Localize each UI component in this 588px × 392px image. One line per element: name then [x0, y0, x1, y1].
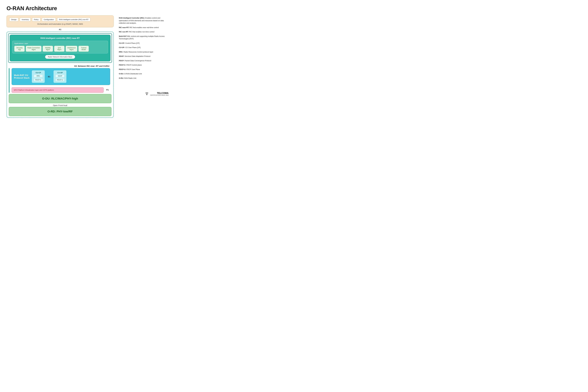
legend-desc-sdap: Services Data Adaptation Protocol: [125, 55, 150, 57]
legend-desc-pdcpu: PDCP User Plane: [127, 68, 140, 70]
legend-term-pdcpc: PDCP-C:: [119, 64, 126, 66]
page-title: O-RAN Architecture: [7, 5, 169, 12]
telcoma-logo: TELCOMA CERTIFICATIONS SINCE 2009: [119, 81, 169, 96]
diagram-column: Design Inventory Policy Configuration RA…: [7, 16, 114, 118]
legend-term-pdcpu: PDCP-U:: [119, 68, 126, 70]
smo-tab-design[interactable]: Design: [9, 18, 19, 22]
legend-item-ric: RAN Intelligent Controller (RIC): Enable…: [119, 17, 169, 24]
legend-item-rrc: RRC: Radio Resources Control protocol la…: [119, 51, 169, 53]
legend-term-rrc: RRC:: [119, 51, 123, 53]
cu-cp-title: CU-CP: [34, 72, 43, 74]
app-card-trained-model: Trained Model: [78, 46, 89, 52]
nfvi-column: NFVI Platform:Virtualization layer and C…: [12, 87, 105, 93]
legend-item-pdcpu: PDCP-U: PDCP User Plane: [119, 68, 169, 71]
cu-cp-pdcpc: PDCP-C: [34, 78, 43, 82]
legend-term-ric: RAN Intelligent Controller (RIC):: [119, 17, 145, 19]
svg-point-0: [147, 94, 147, 95]
legend-desc-cucp: Control Plane (CP): [125, 42, 140, 44]
ric-nearrt-box: RAN Intelligent controller (RIC) near-RT…: [10, 35, 111, 61]
app-card-mobility: Mobility Mgmt: [43, 46, 53, 52]
app-layer-label: Applications Layer: [14, 42, 106, 44]
app-layer-box: Applications Layer 3rd party App Radio C…: [12, 41, 108, 54]
cu-up-box: CU-UP SDAP PDCP-U: [54, 70, 67, 83]
legend-desc-ric-nonrt: RIC that enables non-time control: [129, 31, 154, 33]
legend-item-sdap: SDAP: Services Data Adaptation Protocol: [119, 55, 169, 58]
a1-label: A1: [7, 27, 114, 31]
e1-label: E1: [47, 76, 51, 78]
legend-item-oru: O-RU: RAN Radio Unit: [119, 77, 169, 80]
main-layout: Design Inventory Policy Configuration RA…: [7, 16, 169, 118]
smo-tab-configuration[interactable]: Configuration: [42, 18, 56, 22]
legend-term-sdap: SDAP:: [119, 55, 124, 57]
legend-term-cucp: CU-CP:: [119, 42, 125, 44]
cu-up-title: CU-UP: [55, 72, 65, 74]
legend-desc-oru: RAN Radio Unit: [124, 77, 136, 79]
nfvi-box: NFVI Platform:Virtualization layer and C…: [12, 87, 104, 93]
telcoma-name: TELCOMA: [150, 92, 169, 94]
legend-item-ric-nearrt: RIC near-RT: RIC that enables near real-…: [119, 26, 169, 29]
odu-box: O-DU: RLC/MAC/PHY-high: [9, 94, 112, 103]
ric-nearrt-inner: RAN Intelligent controller (RIC) near-RT…: [8, 33, 112, 63]
app-card-3rdparty: 3rd party App: [14, 46, 25, 52]
legend-term-ric-nearrt: RIC near-RT:: [119, 26, 129, 28]
legend-item-cucp: CU-CP: Control Plane (CP): [119, 42, 169, 44]
rnib-box: Radio Network Information Base: [45, 55, 75, 59]
open-fronthual-label: Open Front-hual: [9, 103, 112, 107]
legend-item-pdcp: PDCP: Packet Data Convergence Protocol: [119, 60, 169, 62]
legend-term-cuup: CU-UP:: [119, 46, 125, 48]
app-cards: 3rd party App Radio Connection Mgmt Mobi…: [14, 46, 106, 52]
telcoma-icon: [145, 92, 149, 96]
legend-item-multiratcu: Multi-RAT CU: central unit supporting mu…: [119, 35, 169, 40]
legend-desc-rrc: Radio Resources Control protocol layer: [124, 51, 153, 53]
legend-term-ric-nonrt: RIC non-RT:: [119, 31, 129, 33]
legend-desc-ric-nearrt: RIC that enables near real-time control: [130, 26, 159, 28]
cu-up-sdap: SDAP: [55, 74, 65, 78]
smo-box: Design Inventory Policy Configuration RA…: [7, 16, 114, 27]
smo-tab-ric-nonrt[interactable]: RAN Intelligent controller (RIC) non-RT: [57, 18, 90, 22]
outer-dashed-container: RAN Intelligent controller (RIC) near-RT…: [7, 32, 114, 118]
cu-up-pdcpu: PDCP-U: [55, 78, 65, 82]
legend-desc-odu: O-RAN Distributed Unit: [124, 73, 142, 75]
legend-item-ric-nonrt: RIC non-RT: RIC that enables non-time co…: [119, 30, 169, 33]
smo-orchestration-label: Orchestration and Automation (e.g.ONAP):…: [9, 23, 111, 25]
e2-label: E2: Between RIC-near -RT and CU/DU: [8, 64, 112, 68]
legend-desc-pdcpc: PDCP Control plane: [127, 64, 142, 66]
cu-cp-box: CU-CP RRC PDCP-C: [32, 70, 45, 83]
f1-label: F1: [105, 87, 110, 93]
bottom-section: Multi-RAT CU Protocol Stack CU-CP RRC PD…: [8, 68, 112, 116]
legend-item-cuup: CU-UP: CU User Plane (UP): [119, 46, 169, 49]
ord-box: O-RD: PHY-low/RF: [9, 107, 112, 116]
legend-desc-pdcp: Packet Data Convergence Protocol: [125, 60, 151, 62]
app-card-interference: Interference Mgmt: [66, 46, 77, 52]
legend-term-multiratcu: Multi-RAT CU:: [119, 35, 130, 37]
app-card-radio-connection: Radio Connection Mgmt: [26, 46, 42, 52]
telcoma-sub: CERTIFICATIONS SINCE 2009: [150, 94, 169, 96]
legend-term-odu: O-DU:: [119, 73, 124, 75]
cu-title: Multi-RAT CU Protocol Stack: [14, 74, 30, 79]
legend-term-pdcp: PDCP:: [119, 60, 124, 62]
smo-tab-inventory[interactable]: Inventory: [20, 18, 31, 22]
app-card-qos: QoS Mgmt: [54, 46, 65, 52]
smo-tab-policy[interactable]: Policy: [32, 18, 41, 22]
legend-item-pdcpc: PDCP-C: PDCP Control plane: [119, 64, 169, 66]
smo-tabs: Design Inventory Policy Configuration RA…: [9, 18, 111, 22]
legend-column: RAN Intelligent Controller (RIC): Enable…: [119, 16, 169, 96]
cu-cp-rrc: RRC: [34, 74, 43, 78]
f1-nfvi-row: NFVI Platform:Virtualization layer and C…: [12, 87, 110, 93]
cu-box: Multi-RAT CU Protocol Stack CU-CP RRC PD…: [12, 68, 110, 85]
legend-desc-cuup: CU User Plane (UP): [125, 46, 141, 48]
legend-term-oru: O-RU:: [119, 77, 124, 79]
ric-nearrt-title: RAN Intelligent controller (RIC) near-RT: [12, 37, 108, 40]
legend-item-odu: O-DU: O-RAN Distributed Unit: [119, 72, 169, 75]
